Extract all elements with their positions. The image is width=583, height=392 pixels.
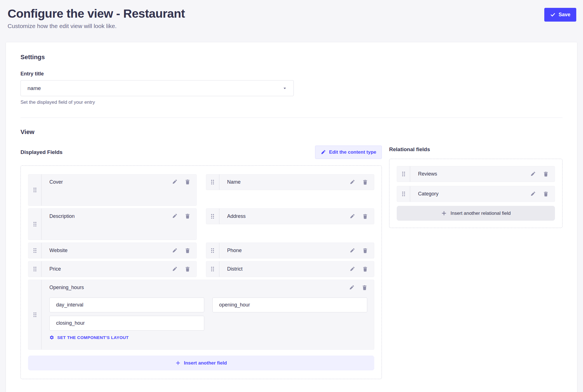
pencil-icon xyxy=(172,266,177,272)
drag-handle-icon xyxy=(210,213,215,219)
relational-card-category[interactable]: Category xyxy=(397,186,555,202)
insert-another-relational-field-button[interactable]: Insert another relational field xyxy=(397,206,555,221)
component-label: Opening_hours xyxy=(49,285,349,290)
component-subfield-day-interval[interactable]: day_interval xyxy=(49,298,204,312)
delete-field-button[interactable] xyxy=(543,191,548,197)
trash-icon xyxy=(362,248,368,253)
drag-handle[interactable] xyxy=(28,280,42,349)
trash-icon xyxy=(362,285,367,290)
edit-field-button[interactable] xyxy=(350,214,355,219)
drag-handle[interactable] xyxy=(28,243,42,258)
trash-icon xyxy=(362,266,368,272)
drag-handle-icon xyxy=(33,266,37,272)
delete-field-button[interactable] xyxy=(185,213,190,219)
pencil-icon xyxy=(349,285,354,290)
pencil-icon xyxy=(321,150,326,155)
configure-panel: Settings Entry title name Set the displa… xyxy=(6,42,577,392)
entry-title-selected-value: name xyxy=(27,85,41,91)
displayed-fields-dropzone: Cover xyxy=(20,165,382,379)
drag-handle[interactable] xyxy=(28,209,42,240)
delete-field-button[interactable] xyxy=(362,214,368,219)
field-card-description[interactable]: Description xyxy=(28,208,197,240)
drag-handle[interactable] xyxy=(28,174,42,206)
page-title: Configure the view - Restaurant xyxy=(8,7,185,20)
relational-card-reviews[interactable]: Reviews xyxy=(397,166,555,182)
relational-fields-heading: Relational fields xyxy=(389,146,563,153)
field-card-website[interactable]: Website xyxy=(28,243,197,259)
field-card-name[interactable]: Name xyxy=(206,174,375,190)
check-icon xyxy=(550,12,556,17)
edit-field-button[interactable] xyxy=(350,266,355,272)
trash-icon xyxy=(543,171,548,177)
trash-icon xyxy=(362,214,368,219)
save-button[interactable]: Save xyxy=(544,8,576,22)
delete-field-button[interactable] xyxy=(185,266,190,272)
field-card-district[interactable]: District xyxy=(206,261,375,277)
edit-field-button[interactable] xyxy=(172,248,177,253)
delete-field-button[interactable] xyxy=(185,179,190,185)
drag-handle[interactable] xyxy=(397,186,410,202)
trash-icon xyxy=(185,179,190,185)
settings-heading: Settings xyxy=(20,54,563,61)
insert-another-field-button[interactable]: Insert another field xyxy=(28,356,374,370)
drag-handle[interactable] xyxy=(397,166,410,182)
relational-field-label: Category xyxy=(418,191,530,197)
drag-handle-icon xyxy=(33,248,37,253)
entry-title-label: Entry title xyxy=(20,71,563,77)
caret-down-icon xyxy=(283,86,287,90)
edit-field-button[interactable] xyxy=(172,266,177,272)
field-card-address[interactable]: Address xyxy=(206,208,375,224)
drag-handle-icon xyxy=(401,171,406,177)
pencil-icon xyxy=(530,191,536,197)
trash-icon xyxy=(185,266,190,272)
set-component-layout-link[interactable]: SET THE COMPONENT'S LAYOUT xyxy=(49,335,367,340)
field-card-cover[interactable]: Cover xyxy=(28,174,197,206)
edit-component-button[interactable] xyxy=(349,285,354,290)
entry-title-help-text: Set the displayed field of your entry xyxy=(20,100,563,105)
pencil-icon xyxy=(530,171,536,177)
edit-field-button[interactable] xyxy=(172,213,177,219)
edit-content-type-button[interactable]: Edit the content type xyxy=(315,146,382,159)
drag-handle-icon xyxy=(401,191,406,197)
edit-field-button[interactable] xyxy=(350,179,355,185)
delete-component-button[interactable] xyxy=(362,285,367,290)
delete-field-button[interactable] xyxy=(543,171,548,177)
component-subfield-opening-hour[interactable]: opening_hour xyxy=(212,298,367,312)
entry-title-select[interactable]: name xyxy=(20,80,294,96)
pencil-icon xyxy=(350,179,355,185)
drag-handle[interactable] xyxy=(206,174,219,190)
delete-field-button[interactable] xyxy=(362,266,368,272)
field-label: Website xyxy=(49,248,172,253)
edit-field-button[interactable] xyxy=(530,191,536,197)
edit-field-button[interactable] xyxy=(172,179,177,185)
gear-icon xyxy=(49,335,54,340)
drag-handle-icon xyxy=(210,266,215,272)
drag-handle[interactable] xyxy=(206,261,219,277)
subfield-label: closing_hour xyxy=(56,320,85,326)
field-card-phone[interactable]: Phone xyxy=(206,243,375,259)
relational-fields-dropzone: Reviews Category xyxy=(389,159,563,228)
plus-icon xyxy=(175,360,181,366)
drag-handle[interactable] xyxy=(206,243,219,258)
relational-field-label: Reviews xyxy=(418,171,530,177)
delete-field-button[interactable] xyxy=(185,248,190,253)
field-label: Address xyxy=(227,213,350,219)
field-card-price[interactable]: Price xyxy=(28,261,197,277)
drag-handle[interactable] xyxy=(28,261,42,277)
save-button-label: Save xyxy=(559,12,570,18)
edit-field-button[interactable] xyxy=(350,248,355,253)
field-label: District xyxy=(227,266,350,272)
drag-handle[interactable] xyxy=(206,209,219,224)
trash-icon xyxy=(362,179,368,185)
pencil-icon xyxy=(172,213,177,219)
drag-handle-icon xyxy=(210,248,215,253)
trash-icon xyxy=(185,248,190,253)
drag-handle-icon xyxy=(33,187,37,193)
trash-icon xyxy=(185,213,190,219)
component-card-opening-hours[interactable]: Opening_hours day_interval xyxy=(28,280,374,350)
edit-field-button[interactable] xyxy=(530,171,536,177)
trash-icon xyxy=(543,191,548,197)
delete-field-button[interactable] xyxy=(362,179,368,185)
component-subfield-closing-hour[interactable]: closing_hour xyxy=(49,316,204,331)
delete-field-button[interactable] xyxy=(362,248,368,253)
